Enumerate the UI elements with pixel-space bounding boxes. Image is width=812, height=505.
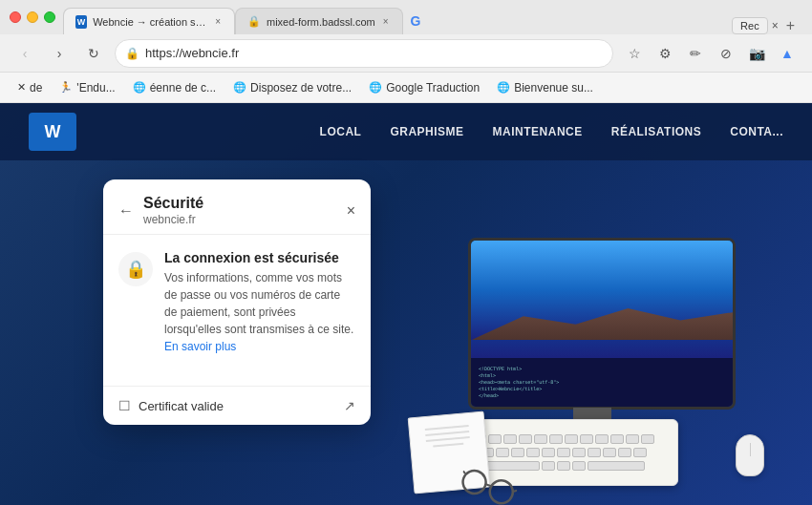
popup-title-area: Sécurité webncie.fr bbox=[143, 195, 347, 226]
certificate-label: ☐ Certificat valide bbox=[118, 398, 224, 413]
bookmark-label-bienvenue: Bienvenue su... bbox=[514, 81, 593, 95]
certificate-link-button[interactable]: ↗ bbox=[344, 398, 355, 413]
close-window-button[interactable] bbox=[10, 11, 21, 23]
tab-close-webncie[interactable]: × bbox=[213, 14, 223, 29]
bookmark-button[interactable]: ☆ bbox=[621, 40, 648, 67]
keyboard-row-2 bbox=[456, 448, 672, 457]
bookmark-google-traduction[interactable]: 🌐 Google Traduction bbox=[361, 78, 487, 97]
refresh-button[interactable]: ↻ bbox=[80, 40, 107, 67]
popup-back-button[interactable]: ← bbox=[118, 202, 134, 220]
omnibox-url: https://webncie.fr bbox=[145, 46, 603, 60]
traffic-lights bbox=[10, 11, 55, 23]
tab-badssl[interactable]: 🔒 mixed-form.badssl.com × bbox=[235, 8, 403, 34]
bookmark-favicon-enne: 🌐 bbox=[133, 81, 146, 94]
popup-title: Sécurité bbox=[143, 195, 347, 212]
tabs-area: W Webncie → création site web... × 🔒 mix… bbox=[63, 0, 802, 34]
bookmark-de[interactable]: ✕ de bbox=[10, 78, 50, 97]
security-status: 🔒 La connexion est sécurisée Vos informa… bbox=[118, 250, 355, 355]
back-button[interactable]: ‹ bbox=[11, 40, 38, 67]
omnibox-bar: ‹ › ↻ 🔒 https://webncie.fr ☆ ⚙ ✏ ⊘ 📷 ▲ bbox=[0, 34, 812, 73]
tab-close-badssl[interactable]: × bbox=[381, 14, 391, 29]
record-button[interactable]: Rec bbox=[732, 17, 768, 34]
security-status-title: La connexion est sécurisée bbox=[164, 250, 355, 265]
bookmark-label-google-trad: Google Traduction bbox=[386, 81, 480, 95]
instagram-button[interactable]: 📷 bbox=[743, 40, 770, 67]
security-popup: ← Sécurité webncie.fr × 🔒 La connexion e… bbox=[103, 179, 371, 425]
bookmark-favicon-google-trad: 🌐 bbox=[369, 81, 382, 94]
omnibox[interactable]: 🔒 https://webncie.fr bbox=[115, 39, 613, 68]
website-logo: W bbox=[29, 113, 76, 151]
forward-button[interactable]: › bbox=[46, 40, 73, 67]
tab-title-badssl: mixed-form.badssl.com bbox=[267, 16, 375, 28]
nav-link-local[interactable]: LOCAL bbox=[320, 125, 362, 138]
learn-more-link[interactable]: En savoir plus bbox=[164, 340, 236, 353]
omnibox-actions: ☆ ⚙ ✏ ⊘ 📷 ▲ bbox=[621, 40, 801, 67]
popup-footer: ☐ Certificat valide ↗ bbox=[103, 386, 371, 425]
lock-icon: 🔒 bbox=[125, 259, 146, 280]
tab-favicon-webncie: W bbox=[75, 15, 87, 29]
svg-line-3 bbox=[462, 471, 466, 473]
record-close-button[interactable]: × bbox=[772, 19, 779, 32]
certificate-icon: ☐ bbox=[118, 398, 131, 413]
bookmark-bienvenue[interactable]: 🌐 Bienvenue su... bbox=[489, 78, 601, 97]
bookmark-label-disposez: Disposez de votre... bbox=[250, 81, 352, 95]
google-favicon: G bbox=[411, 13, 421, 29]
website-content: W LOCAL GRAPHISME MAINTENANCE RÉALISATIO… bbox=[0, 103, 812, 505]
bookmark-label-enne: éenne de c... bbox=[150, 81, 216, 95]
tab-title-webncie: Webncie → création site web... bbox=[93, 16, 207, 28]
keyboard-row-1 bbox=[456, 434, 672, 444]
bookmark-label-de: de bbox=[30, 81, 42, 95]
title-bar: W Webncie → création site web... × 🔒 mix… bbox=[0, 0, 812, 34]
security-status-description: Vos informations, comme vos mots de pass… bbox=[164, 269, 355, 355]
monitor: <!DOCTYPE html> <html> <head><meta chars… bbox=[468, 238, 736, 410]
new-tab-button[interactable]: + bbox=[779, 17, 802, 34]
lock-icon-wrap: 🔒 bbox=[118, 252, 153, 286]
browser-window: W Webncie → création site web... × 🔒 mix… bbox=[0, 0, 812, 505]
computer-illustration: <!DOCTYPE html> <html> <head><meta chars… bbox=[411, 238, 774, 505]
bookmark-label-endu: 'Endu... bbox=[76, 81, 115, 95]
monitor-screen: <!DOCTYPE html> <html> <head><meta chars… bbox=[471, 241, 733, 407]
svg-line-4 bbox=[514, 490, 518, 493]
mountain-silhouette bbox=[471, 301, 733, 341]
bookmark-endu[interactable]: 🏃 'Endu... bbox=[52, 78, 122, 97]
bookmark-favicon-de: ✕ bbox=[17, 81, 26, 94]
popup-header: ← Sécurité webncie.fr × bbox=[103, 179, 371, 235]
popup-subtitle: webncie.fr bbox=[143, 213, 347, 226]
security-text-area: La connexion est sécurisée Vos informati… bbox=[164, 250, 355, 355]
nav-link-realisations[interactable]: RÉALISATIONS bbox=[611, 125, 701, 138]
tab-favicon-badssl: 🔒 bbox=[247, 15, 261, 29]
popup-body: 🔒 La connexion est sécurisée Vos informa… bbox=[103, 235, 371, 386]
mouse bbox=[736, 434, 764, 476]
bookmark-disposez[interactable]: 🌐 Disposez de votre... bbox=[225, 78, 359, 97]
website-nav-links: LOCAL GRAPHISME MAINTENANCE RÉALISATIONS… bbox=[320, 125, 783, 138]
bookmark-enne[interactable]: 🌐 éenne de c... bbox=[125, 78, 224, 97]
block-button[interactable]: ⊘ bbox=[713, 40, 739, 67]
tab-webncie[interactable]: W Webncie → création site web... × bbox=[63, 8, 235, 34]
website-logo-letter: W bbox=[45, 122, 61, 142]
extension-button[interactable]: ⚙ bbox=[652, 40, 678, 67]
bookmark-favicon-bienvenue: 🌐 bbox=[497, 81, 510, 94]
maximize-window-button[interactable] bbox=[44, 11, 55, 23]
bookmark-favicon-disposez: 🌐 bbox=[233, 81, 246, 94]
svg-point-1 bbox=[486, 477, 516, 505]
bookmark-favicon-endu: 🏃 bbox=[59, 81, 73, 94]
drive-button[interactable]: ▲ bbox=[774, 40, 801, 67]
website-nav: W LOCAL GRAPHISME MAINTENANCE RÉALISATIO… bbox=[0, 103, 812, 160]
popup-close-button[interactable]: × bbox=[347, 202, 355, 220]
minimize-window-button[interactable] bbox=[27, 11, 38, 23]
omnibox-security-icon: 🔒 bbox=[125, 47, 139, 60]
monitor-code: <!DOCTYPE html> <html> <head><meta chars… bbox=[471, 358, 733, 407]
bookmarks-bar: ✕ de 🏃 'Endu... 🌐 éenne de c... 🌐 Dispos… bbox=[0, 73, 812, 103]
nav-link-contact[interactable]: CONTA... bbox=[730, 125, 783, 138]
nav-link-graphisme[interactable]: GRAPHISME bbox=[390, 125, 463, 138]
pen-button[interactable]: ✏ bbox=[682, 40, 709, 67]
nav-link-maintenance[interactable]: MAINTENANCE bbox=[493, 125, 583, 138]
svg-line-2 bbox=[486, 484, 492, 486]
